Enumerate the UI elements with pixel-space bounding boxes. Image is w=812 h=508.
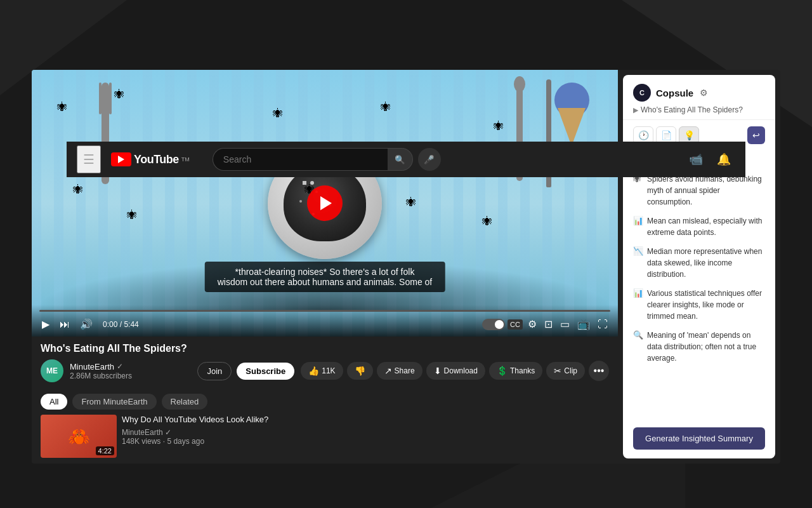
rec-meta: 148K views · 5 days ago [122, 437, 609, 446]
notification-button[interactable]: 🔔 [712, 148, 735, 171]
video-camera-icon: 📹 [689, 152, 703, 166]
copsule-logo: C [633, 84, 651, 102]
search-input[interactable] [213, 148, 388, 171]
fullscreen-button[interactable]: ⛶ [595, 318, 610, 331]
controls-right: CC ⚙ ⊡ ▭ 📺 ⛶ [482, 317, 610, 331]
channel-name: MinuteEarth ✓ [70, 362, 191, 371]
subscribe-button[interactable]: Subscribe [237, 363, 294, 380]
summary-icon-4: 🔍 [633, 330, 642, 340]
video-ref-text: Who's Eating All The Spiders? [641, 105, 743, 114]
search-button[interactable]: 🔍 [388, 148, 413, 171]
download-icon: ⬇ [434, 366, 442, 376]
rec-channel-name: MinuteEarth [122, 428, 163, 437]
clip-icon: ✂ [554, 366, 561, 376]
channel-buttons: Join Subscribe [197, 362, 294, 380]
youtube-body: 🕷 🕷 🕷 🕷 🕷 🕷 🕷 🕷 🕷 🕷 🕷 [32, 70, 780, 464]
rec-item[interactable]: 🦀 4:22 Why Do All YouTube Videos Look Al… [41, 415, 609, 458]
tab-from-minuteearth[interactable]: From MinuteEarth [72, 394, 156, 410]
cc-button[interactable]: CC [508, 319, 523, 330]
youtube-logo[interactable]: YouTubeTM [111, 152, 190, 166]
youtube-window: ☰ YouTubeTM 🔍 🎤 📹 🔔 [32, 70, 780, 464]
summary-text-0: Spiders avoid humans, debunking myth of … [647, 173, 765, 208]
mini-spider: 🕷 [406, 197, 416, 208]
summary-item-2: 📉 Median more representative when data s… [633, 246, 765, 280]
subtitle-line1: *throat-clearing noises* So there's a lo… [235, 267, 415, 277]
share-button[interactable]: ↗ Share [377, 362, 422, 380]
mini-spider: 🕷 [381, 102, 391, 113]
create-button[interactable]: 📹 [684, 148, 707, 171]
copsule-video-ref: ▶ Who's Eating All The Spiders? [633, 105, 765, 114]
summary-text-2: Median more representative when data ske… [647, 246, 765, 280]
next-button[interactable]: ⏭ [57, 318, 72, 331]
theater-button[interactable]: ▭ [558, 317, 572, 331]
copsule-header: C Copsule ⚙ ▶ Who's Eating All The Spide… [623, 75, 775, 120]
like-count: 11K [322, 366, 335, 375]
play-button[interactable] [307, 185, 343, 221]
mini-spider: 🕷 [273, 108, 283, 119]
channel-row: ME MinuteEarth ✓ 2.86M subscribers Join … [41, 359, 609, 382]
clip-button[interactable]: ✂ Clip [546, 362, 585, 380]
mini-spider: 🕷 [494, 121, 504, 132]
video-controls: ▶ ⏭ 🔊 0:00 / 5:44 [32, 305, 618, 337]
copsule-name: Copsule [656, 88, 693, 98]
progress-bar[interactable] [39, 310, 610, 312]
subtitle-overlay: *throat-clearing noises* So there's a lo… [205, 262, 445, 292]
share-icon: ↗ [384, 366, 392, 376]
clip-label: Clip [564, 366, 577, 375]
action-buttons: 👍 11K 👎 ↗ Share ⬇ [301, 361, 609, 381]
filter-tabs: All From MinuteEarth Related [41, 387, 609, 415]
summary-text-4: Meaning of 'mean' depends on data distri… [647, 330, 765, 364]
time-total: 5:44 [124, 320, 138, 329]
copsule-tab-back[interactable]: ↩ [747, 126, 765, 144]
summary-icon-1: 📊 [633, 216, 642, 225]
bell-icon: 🔔 [717, 152, 731, 166]
hamburger-icon: ☰ [83, 152, 95, 166]
rec-thumbnail: 🦀 4:22 [41, 415, 117, 458]
like-button[interactable]: 👍 11K [301, 362, 343, 380]
menu-button[interactable]: ☰ [77, 145, 101, 173]
mini-spider: 🕷 [114, 89, 124, 100]
cast-button[interactable]: 📺 [575, 317, 593, 331]
time-display: 0:00 / 5:44 [103, 320, 139, 329]
settings-button[interactable]: ⚙ [525, 317, 539, 331]
play-pause-button[interactable]: ▶ [39, 317, 52, 331]
copsule-content: Insighted Summary 🕷 Spiders avoid humans… [623, 148, 775, 422]
tab-all[interactable]: All [41, 394, 67, 410]
summary-item-1: 📊 Mean can mislead, especially with extr… [633, 215, 765, 238]
search-container: 🔍 🎤 [213, 148, 441, 171]
youtube-header: ☰ YouTubeTM 🔍 🎤 📹 🔔 [67, 142, 745, 177]
channel-name-text[interactable]: MinuteEarth [70, 362, 114, 371]
copsule-panel: C Copsule ⚙ ▶ Who's Eating All The Spide… [623, 75, 775, 458]
more-button[interactable]: ••• [589, 361, 609, 381]
download-button[interactable]: ⬇ Download [426, 362, 485, 380]
video-info: Who's Eating All The Spiders? ME MinuteE… [32, 337, 618, 387]
search-icon: 🔍 [395, 155, 405, 164]
miniplayer-button[interactable]: ⊡ [542, 317, 555, 331]
rec-title: Why Do All YouTube Videos Look Alike? [122, 415, 609, 425]
rec-age: 5 days ago [167, 437, 204, 446]
copsule-settings-icon[interactable]: ⚙ [700, 88, 708, 98]
copsule-logo-text: C [639, 89, 645, 97]
verified-badge: ✓ [117, 362, 123, 371]
volume-button[interactable]: 🔊 [77, 317, 95, 331]
mini-spider: 🕷 [73, 184, 83, 196]
share-label: Share [395, 366, 415, 375]
summary-text-1: Mean can mislead, especially with extrem… [647, 215, 765, 238]
video-ref-icon: ▶ [633, 106, 638, 114]
controls-row: ▶ ⏭ 🔊 0:00 / 5:44 [39, 317, 610, 331]
join-button[interactable]: Join [197, 362, 232, 380]
mini-spider: 🕷 [127, 210, 137, 221]
captions-toggle[interactable] [482, 319, 505, 330]
summary-item-0: 🕷 Spiders avoid humans, debunking myth o… [633, 173, 765, 208]
thumbs-up-icon: 👍 [308, 366, 319, 376]
generate-summary-button[interactable]: Generate Insighted Summary [633, 427, 765, 450]
mic-button[interactable]: 🎤 [418, 148, 441, 171]
video-player[interactable]: 🕷 🕷 🕷 🕷 🕷 🕷 🕷 🕷 🕷 🕷 🕷 [32, 70, 618, 337]
rec-views: 148K views [122, 437, 160, 446]
dislike-button[interactable]: 👎 [347, 362, 373, 380]
thanks-button[interactable]: 💲 Thanks [489, 362, 542, 380]
tab-related[interactable]: Related [162, 394, 208, 410]
rec-info: Why Do All YouTube Videos Look Alike? Mi… [122, 415, 609, 458]
toggle-knob [495, 320, 504, 329]
video-column: 🕷 🕷 🕷 🕷 🕷 🕷 🕷 🕷 🕷 🕷 🕷 [32, 70, 618, 464]
